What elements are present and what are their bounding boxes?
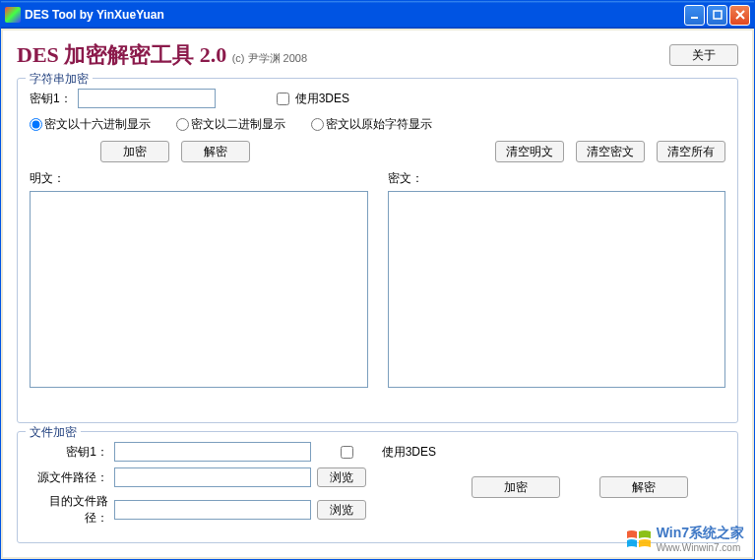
- titlebar[interactable]: DES Tool by YinXueYuan: [1, 1, 754, 29]
- string-group-title: 字符串加密: [26, 71, 93, 88]
- app-icon: [5, 7, 21, 23]
- radio-hex-label: 密文以十六进制显示: [44, 116, 151, 133]
- dst-path-input[interactable]: [114, 500, 311, 520]
- src-path-label: 源文件路径：: [30, 469, 108, 486]
- file-decrypt-button[interactable]: 解密: [599, 476, 688, 498]
- window-controls: [684, 5, 750, 26]
- clear-all-button[interactable]: 清空所有: [657, 141, 725, 162]
- cipher-textarea[interactable]: [388, 191, 726, 388]
- svg-rect-1: [714, 11, 722, 19]
- app-title-row: DES 加密解密工具 2.0 (c) 尹学渊 2008: [17, 40, 307, 70]
- string-key1-label: 密钥1：: [30, 91, 72, 107]
- minimize-button[interactable]: [684, 5, 705, 26]
- src-path-input[interactable]: [114, 467, 311, 487]
- file-group-title: 文件加密: [26, 424, 81, 441]
- string-encrypt-button[interactable]: 加密: [100, 141, 169, 162]
- plain-label: 明文：: [30, 170, 368, 187]
- client-area: DES 加密解密工具 2.0 (c) 尹学渊 2008 关于 字符串加密 密钥1…: [3, 31, 752, 557]
- cipher-label: 密文：: [388, 170, 726, 187]
- radio-hex[interactable]: [30, 118, 42, 131]
- string-use3des-label: 使用3DES: [295, 91, 349, 107]
- dst-browse-button[interactable]: 浏览: [317, 500, 366, 520]
- close-button[interactable]: [729, 5, 750, 26]
- string-encrypt-group: 字符串加密 密钥1： 使用3DES 密文以十六进制显示 密文以二进制显示: [17, 78, 738, 423]
- maximize-button[interactable]: [707, 5, 727, 26]
- plain-textarea[interactable]: [30, 191, 368, 388]
- window-title: DES Tool by YinXueYuan: [25, 8, 684, 22]
- string-use3des-checkbox[interactable]: [277, 93, 289, 105]
- app-window: DES Tool by YinXueYuan DES 加密解密工具 2.0 (c…: [0, 0, 755, 560]
- file-encrypt-group: 文件加密 密钥1： 使用3DES 源文件路径： 浏览: [17, 431, 738, 543]
- radio-raw-wrap[interactable]: 密文以原始字符显示: [311, 116, 432, 133]
- radio-bin[interactable]: [176, 118, 189, 131]
- dst-path-label: 目的文件路径：: [30, 493, 108, 527]
- file-key1-input[interactable]: [114, 442, 311, 462]
- radio-bin-label: 密文以二进制显示: [191, 116, 285, 133]
- radio-bin-wrap[interactable]: 密文以二进制显示: [176, 116, 285, 133]
- file-use3des-label: 使用3DES: [357, 444, 436, 461]
- clear-plain-button[interactable]: 清空明文: [495, 141, 564, 162]
- watermark-line2: Www.Winwin7.com: [657, 542, 744, 553]
- about-button[interactable]: 关于: [669, 44, 738, 66]
- radio-hex-wrap[interactable]: 密文以十六进制显示: [30, 116, 151, 133]
- radio-raw-label: 密文以原始字符显示: [326, 116, 432, 133]
- file-use3des-checkbox[interactable]: [341, 446, 353, 459]
- app-copyright: (c) 尹学渊 2008: [232, 52, 307, 64]
- file-encrypt-button[interactable]: 加密: [472, 476, 560, 498]
- src-browse-button[interactable]: 浏览: [317, 467, 366, 487]
- file-key1-label: 密钥1：: [30, 444, 108, 461]
- app-title: DES 加密解密工具 2.0: [17, 42, 226, 67]
- string-decrypt-button[interactable]: 解密: [181, 141, 250, 162]
- radio-raw[interactable]: [311, 118, 324, 131]
- clear-cipher-button[interactable]: 清空密文: [576, 141, 645, 162]
- string-key1-input[interactable]: [78, 89, 216, 108]
